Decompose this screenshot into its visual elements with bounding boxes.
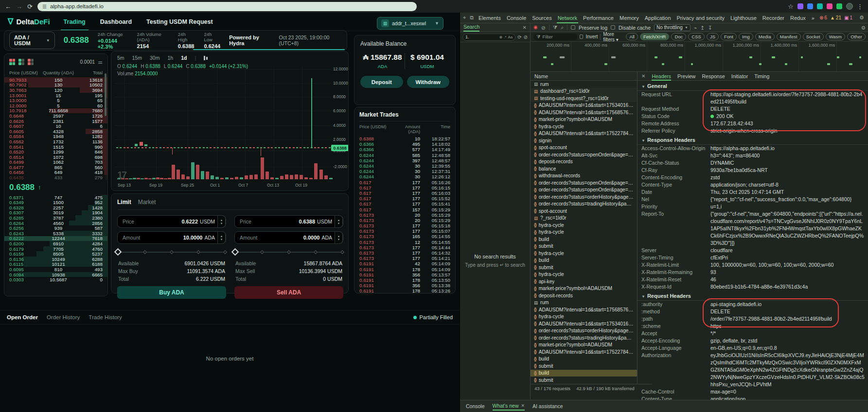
order-book-row[interactable]: 90.793315013618 [4,77,107,83]
order-book-row[interactable]: 13.000115195 [4,93,107,98]
amount-stepper[interactable]: ▲▼ [217,231,226,244]
settings-gear-icon[interactable]: ⚙ [859,15,864,21]
order-book-row[interactable]: 0.6222122447618 [4,236,107,241]
request-row[interactable]: {}hydra-cycle [531,271,637,278]
filter-pill-socket[interactable]: Socket [803,33,824,40]
request-row[interactable]: {}order-records?status=openOrder&page=1&… [531,187,637,194]
request-row[interactable]: {}order-records?status=openOrder&page=1&… [531,151,637,158]
section-title[interactable]: ▼General [638,81,868,91]
pair-selector[interactable]: ADA / USDM ▼ [9,32,55,49]
slider-handle[interactable] [231,248,239,256]
request-row[interactable]: {}ADAUSDM?interval=1d&start=1753401600&.… [531,102,637,109]
kebab-menu-icon[interactable]: ⋮ [857,3,863,10]
order-book-row[interactable]: 0.6371747475 [4,195,107,200]
section-title[interactable]: ▼Request Headers [638,291,868,301]
price-stepper[interactable]: ▲▼ [217,215,226,228]
extension-icon[interactable] [817,3,823,9]
request-row[interactable]: {}build [531,370,637,377]
slider-handle[interactable] [114,248,122,256]
request-row[interactable]: {}hydra-cycle [531,229,637,236]
nav-item-dashboard[interactable]: Dashboard [99,13,133,31]
request-row[interactable]: {}api-key [531,278,637,285]
search-icon[interactable]: ⌕ [561,24,564,31]
panel-tab-headers[interactable]: Headers [652,72,671,80]
order-book-row[interactable]: 0.620069104284 [4,241,107,246]
devtools-tab-console[interactable]: Console [506,14,527,22]
order-book-row[interactable]: 0.664825971726 [4,113,107,119]
order-book-row[interactable]: 0.6115101216188 [4,262,107,267]
inspect-element-icon[interactable]: ⌖ [463,15,466,21]
price-stepper[interactable]: ▲▼ [335,215,343,228]
order-book-row[interactable]: 0.656217321136 [4,139,107,144]
devtools-tab-sources[interactable]: Sources [531,14,552,22]
regex-icon[interactable]: .* [504,35,506,39]
clear-results-icon[interactable]: ⊘ [524,34,528,40]
order-book-row[interactable]: 0.6435433279 [4,175,107,180]
slider-handle[interactable] [196,250,200,254]
slider-handle[interactable] [314,250,318,254]
network-conditions-icon[interactable]: ⌁ [694,25,697,31]
extension-icon[interactable] [807,3,813,9]
order-book-row[interactable]: 0.624353383332 [4,231,107,236]
request-row[interactable]: {}build [531,257,637,264]
devtools-tab-memory[interactable]: Memory [619,14,640,22]
sell-amount-field[interactable]: Amount 0.0000 ADA ▲▼ [234,231,343,244]
filter-pill-fetch-xhr[interactable]: Fetch/XHR [640,33,669,40]
order-book-row[interactable]: 0.63491500952 [4,200,107,205]
filter-pill-img[interactable]: Img [739,33,753,40]
back-icon[interactable]: ← [5,3,11,10]
order-book-row[interactable]: 0.6136102496288 [4,257,107,262]
deltadefi-logo[interactable]: ∇ DeltaDeFi [8,17,50,27]
request-row[interactable]: {}build [531,356,637,363]
filter-input[interactable]: ⧩ Filter [533,34,577,40]
request-row[interactable]: {}submit [531,377,637,384]
request-row[interactable]: {}withdrawal-records [531,172,637,180]
order-book-row[interactable]: 0.662623811577 [4,119,107,124]
order-book-row[interactable]: 0.65411515990 [4,144,107,150]
slider-handle[interactable] [287,250,291,254]
request-row[interactable]: ▤testing-usd-request?_rsc=1ld0r [531,95,637,102]
sell-amount-slider[interactable] [235,249,342,256]
request-row[interactable]: {}spot-account [531,207,637,215]
request-row[interactable]: {}hydra-cycle [531,250,637,257]
refresh-icon[interactable]: ⟳ [517,34,521,40]
statusbar-console[interactable]: Console [466,403,485,409]
extension-icon[interactable] [827,3,833,9]
filter-pill-wasm[interactable]: Wasm [826,33,846,40]
filter-pill-media[interactable]: Media [755,33,775,40]
scrollbar[interactable] [105,73,106,116]
section-title[interactable]: ▼Response Headers [638,135,868,145]
extension-icon[interactable] [797,3,803,9]
request-row[interactable]: {}order-records?status=tradingHistory&pa… [531,201,637,208]
request-row[interactable]: {}deposit-records [531,158,637,166]
sell-price-field[interactable]: Price 0.6388 USDM ▲▼ [234,215,343,228]
request-row[interactable]: {}submit [531,264,637,271]
slider-handle[interactable] [143,250,147,254]
close-icon[interactable]: ✕ [523,25,527,30]
order-book-row[interactable]: 0.64991062703 [4,160,107,165]
slider-handle[interactable] [260,250,264,254]
panel-tab-preview[interactable]: Preview [677,72,695,80]
devtools-tab-redux[interactable]: Redux [789,14,807,22]
amount-stepper[interactable]: ▲▼ [335,231,343,244]
buy-button[interactable]: Buy ADA [117,286,226,299]
request-row[interactable]: {}hydra-cycle [531,123,637,130]
order-book-row[interactable]: 0.630730191904 [4,210,107,216]
preserve-log-checkbox[interactable] [571,25,575,30]
tab-trade-history[interactable]: Trade History [89,314,122,320]
reload-icon[interactable]: ⟳ [27,3,33,10]
order-tab-limit[interactable]: Limit [117,199,131,206]
devtools-tab-performance[interactable]: Performance [582,14,615,22]
order-book-row[interactable]: 0.658419481282 [4,134,107,139]
filter-pill-doc[interactable]: Doc [671,33,686,40]
filter-pill-js[interactable]: JS [707,33,719,40]
extension-icon[interactable] [836,3,842,9]
filter-pill-all[interactable]: All [626,33,638,40]
order-book-row[interactable]: 0.65201299846 [4,149,107,154]
panel-tab-response[interactable]: Response [702,72,725,80]
devtools-tab-network[interactable]: Network [557,14,578,22]
order-book-row[interactable]: 30.78631203694 [4,87,107,93]
slider-handle[interactable] [223,250,227,254]
order-book-row[interactable]: 0.626445602856 [4,221,107,226]
order-book-row[interactable]: 0.6607106 [4,123,107,129]
